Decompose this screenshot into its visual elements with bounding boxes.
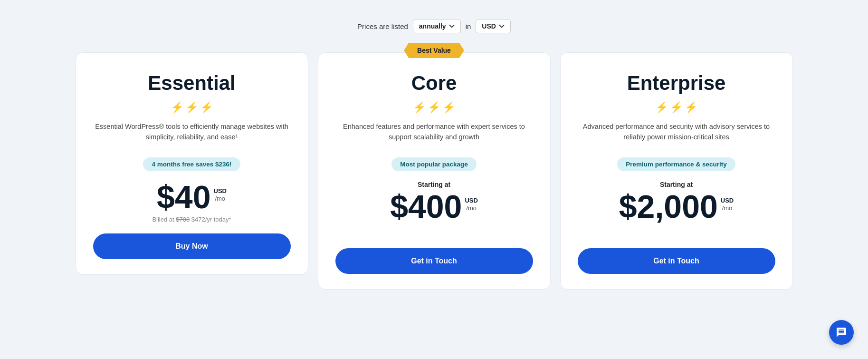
bolt-2: ⚡	[185, 101, 198, 114]
core-price-details: USD /mo	[465, 190, 477, 212]
bolt-1: ⚡	[655, 101, 668, 114]
currency-dropdown[interactable]: USD	[476, 19, 511, 33]
core-description: Enhanced features and performance with e…	[335, 121, 533, 148]
core-price-row: $400 USD /mo	[335, 190, 533, 223]
essential-price-details: USD /mo	[214, 181, 227, 202]
bolt-1: ⚡	[171, 101, 183, 114]
enterprise-currency: USD	[721, 197, 734, 204]
essential-price-section: $40 USD /mo	[93, 181, 291, 213]
billing-period-value: annually	[419, 22, 446, 30]
core-starting-at: Starting at	[335, 181, 533, 188]
essential-billed: Billed at $708 $472/yr today*	[93, 216, 291, 223]
core-currency: USD	[465, 197, 477, 204]
core-per: /mo	[465, 204, 477, 212]
enterprise-per: /mo	[721, 204, 734, 212]
currency-value: USD	[482, 22, 496, 30]
enterprise-cta-button[interactable]: Get in Touch	[578, 248, 775, 274]
bolt-2: ⚡	[670, 101, 683, 114]
enterprise-price-section: Starting at $2,000 USD /mo	[578, 181, 775, 223]
core-price-amount: $400	[390, 190, 462, 223]
chevron-down-icon	[499, 23, 505, 29]
core-plan-name: Core	[335, 72, 533, 95]
essential-per: /mo	[214, 195, 227, 202]
pricing-cards: Essential ⚡ ⚡ ⚡ Essential WordPress® too…	[54, 52, 814, 290]
core-cta-button[interactable]: Get in Touch	[335, 248, 533, 274]
enterprise-plan-name: Enterprise	[578, 72, 775, 95]
essential-price-amount: $40	[157, 181, 210, 213]
bolt-1: ⚡	[413, 101, 426, 114]
bolt-3: ⚡	[442, 101, 455, 114]
enterprise-badge: Premium performance & security	[617, 157, 735, 171]
essential-plan-name: Essential	[93, 72, 291, 95]
essential-badge: 4 months free saves $236!	[143, 157, 240, 171]
bolt-3: ⚡	[200, 101, 213, 114]
essential-price-row: $40 USD /mo	[93, 181, 291, 213]
essential-cta-button[interactable]: Buy Now	[93, 233, 291, 259]
best-value-badge: Best Value	[404, 43, 464, 58]
in-label: in	[466, 22, 471, 30]
essential-plan-card: Essential ⚡ ⚡ ⚡ Essential WordPress® too…	[76, 52, 308, 275]
chevron-down-icon	[449, 23, 455, 29]
enterprise-price-row: $2,000 USD /mo	[578, 190, 775, 223]
essential-description: Essential WordPress® tools to efficientl…	[93, 121, 291, 148]
chat-icon	[836, 327, 847, 338]
enterprise-price-details: USD /mo	[721, 190, 734, 212]
enterprise-plan-card: Enterprise ⚡ ⚡ ⚡ Advanced performance an…	[560, 52, 793, 290]
essential-bolts: ⚡ ⚡ ⚡	[93, 101, 291, 114]
billing-period-dropdown[interactable]: annually	[413, 19, 461, 33]
essential-plan-wrapper: Essential ⚡ ⚡ ⚡ Essential WordPress® too…	[76, 52, 308, 275]
price-header: Prices are listed annually in USD	[357, 19, 511, 33]
bolt-2: ⚡	[428, 101, 440, 114]
enterprise-description: Advanced performance and security with a…	[578, 121, 775, 148]
enterprise-price-amount: $2,000	[619, 190, 718, 223]
enterprise-bolts: ⚡ ⚡ ⚡	[578, 101, 775, 114]
enterprise-plan-wrapper: Enterprise ⚡ ⚡ ⚡ Advanced performance an…	[560, 52, 793, 290]
prices-listed-label: Prices are listed	[357, 22, 408, 30]
bolt-3: ⚡	[685, 101, 697, 114]
core-plan-card: Core ⚡ ⚡ ⚡ Enhanced features and perform…	[318, 52, 551, 290]
essential-currency: USD	[214, 187, 227, 195]
core-bolts: ⚡ ⚡ ⚡	[335, 101, 533, 114]
core-plan-wrapper: Best Value Core ⚡ ⚡ ⚡ Enhanced features …	[318, 52, 551, 290]
chat-bubble-button[interactable]	[829, 320, 854, 345]
enterprise-starting-at: Starting at	[578, 181, 775, 188]
core-price-section: Starting at $400 USD /mo	[335, 181, 533, 223]
essential-strikethrough: $708	[176, 216, 190, 223]
core-badge: Most popular package	[391, 157, 477, 171]
